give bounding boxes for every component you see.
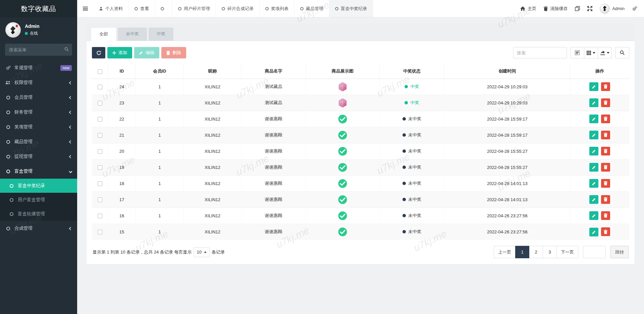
page-button[interactable]: 下一页 (556, 246, 578, 258)
row-edit-button[interactable] (589, 115, 598, 123)
row-delete-button[interactable] (601, 115, 610, 123)
sidebar-item[interactable]: 用户盲盒管理 (0, 193, 77, 207)
sidebar-item[interactable]: 会员管理 (0, 90, 77, 105)
product-check-image[interactable] (338, 211, 347, 220)
row-checkbox[interactable] (98, 197, 102, 202)
product-gem-image[interactable] (338, 98, 347, 108)
row-delete-button[interactable] (601, 211, 610, 220)
row-delete-button[interactable] (601, 179, 610, 188)
topnav-tab[interactable]: 查看 (129, 0, 155, 17)
filter-tab[interactable]: 中奖 (149, 28, 173, 41)
row-checkbox[interactable] (98, 149, 102, 154)
row-edit-button[interactable] (589, 131, 598, 139)
column-header[interactable]: 昵称 (184, 64, 241, 79)
row-checkbox[interactable] (98, 85, 102, 89)
column-header[interactable]: 商品展示图 (306, 64, 379, 79)
column-header[interactable]: 会员ID (136, 64, 184, 79)
row-delete-button[interactable] (601, 227, 610, 236)
row-edit-button[interactable] (589, 163, 598, 172)
topnav-tab[interactable]: 用户碎片管理 (172, 0, 216, 17)
export-button[interactable] (598, 47, 612, 58)
row-delete-button[interactable] (601, 82, 610, 91)
row-checkbox[interactable] (98, 214, 102, 218)
column-header[interactable]: 中奖状态 (379, 64, 444, 79)
columns-button[interactable] (584, 47, 598, 58)
sidebar-item[interactable]: 财务管理 (0, 105, 77, 120)
row-delete-button[interactable] (601, 163, 610, 172)
add-button[interactable]: 添加 (107, 47, 132, 58)
fullscreen-button[interactable] (587, 6, 592, 11)
row-delete-button[interactable] (601, 131, 610, 139)
row-checkbox[interactable] (98, 181, 102, 186)
row-checkbox[interactable] (98, 101, 102, 105)
admin-menu[interactable]: Admin (600, 4, 625, 14)
column-header[interactable]: 创建时间 (444, 64, 570, 79)
cell-nickname: XILIN12 (184, 79, 241, 95)
topnav-tab[interactable]: 碎片合成记录 (216, 0, 260, 17)
jump-page-input[interactable] (583, 246, 606, 258)
sidebar-item[interactable]: 藏品管理 (0, 134, 77, 149)
sidebar-item[interactable]: 提现管理 (0, 149, 77, 164)
product-check-image[interactable] (338, 115, 347, 124)
row-edit-button[interactable] (589, 82, 598, 91)
page-button[interactable]: 1 (515, 246, 529, 258)
product-gem-image[interactable] (338, 82, 347, 92)
topnav-tab[interactable]: 奖项列表 (260, 0, 294, 17)
product-check-image[interactable] (338, 179, 347, 188)
clear-cache-button[interactable]: 清除缓存 (544, 6, 568, 12)
sidebar-toggle-button[interactable] (77, 0, 93, 17)
sidebar-search-input[interactable] (5, 44, 72, 56)
column-header[interactable]: 操作 (570, 64, 629, 79)
filter-tab[interactable]: 全部 (91, 28, 116, 41)
sidebar-item[interactable]: 权限管理 (0, 75, 77, 90)
row-edit-button[interactable] (589, 195, 598, 204)
topnav-tab[interactable]: 个人资料 (93, 0, 129, 17)
row-edit-button[interactable] (589, 98, 598, 107)
column-header[interactable]: ID (108, 64, 136, 79)
row-checkbox[interactable] (98, 117, 102, 122)
sidebar-item[interactable]: 盲盒管理 (0, 164, 77, 179)
page-button[interactable]: 3 (543, 246, 557, 258)
sidebar-item[interactable]: 常规管理 new (0, 60, 77, 75)
detail-view-button[interactable] (570, 47, 584, 58)
page-button[interactable]: 2 (529, 246, 543, 258)
search-button[interactable] (615, 47, 629, 58)
select-all-checkbox[interactable] (98, 69, 102, 74)
topnav-tab[interactable] (155, 0, 172, 17)
pages-button[interactable] (575, 6, 580, 11)
sidebar-item[interactable]: 盲盒轮播管理 (0, 207, 77, 221)
row-delete-button[interactable] (601, 147, 610, 155)
column-header[interactable]: 商品名字 (241, 64, 306, 79)
sidebar-item[interactable]: 合成管理 (0, 221, 77, 236)
sidebar-item[interactable]: 盲盒中奖纪录 (0, 179, 77, 193)
product-check-image[interactable] (338, 163, 347, 172)
topnav-tab-label: 查看 (140, 6, 149, 12)
sidebar-item[interactable]: 奖项管理 (0, 120, 77, 134)
page-button[interactable]: 上一页 (494, 246, 516, 258)
table-search-input[interactable] (513, 47, 567, 58)
product-check-image[interactable] (338, 147, 347, 156)
product-check-image[interactable] (338, 131, 347, 140)
row-delete-button[interactable] (601, 195, 610, 204)
edit-button[interactable]: 编辑 (134, 47, 159, 58)
row-edit-button[interactable] (589, 147, 598, 155)
product-check-image[interactable] (338, 227, 347, 236)
row-edit-button[interactable] (589, 211, 598, 220)
product-check-image[interactable] (338, 195, 347, 204)
jump-button[interactable]: 跳转 (610, 246, 629, 258)
delete-button[interactable]: 删除 (161, 47, 186, 58)
topnav-tab[interactable]: 盲盒中奖纪录 (329, 0, 373, 17)
row-edit-button[interactable] (589, 228, 598, 236)
row-delete-button[interactable] (601, 98, 610, 107)
cell-id: 18 (108, 175, 136, 191)
topnav-tab[interactable]: 藏品管理 (294, 0, 329, 17)
row-checkbox[interactable] (98, 230, 102, 234)
home-link[interactable]: 主页 (520, 6, 536, 12)
filter-tab[interactable]: 未中奖 (118, 28, 147, 41)
refresh-button[interactable] (92, 47, 105, 58)
per-page-select[interactable]: 10 (194, 247, 209, 257)
row-checkbox[interactable] (98, 133, 102, 138)
row-checkbox[interactable] (98, 165, 102, 170)
row-edit-button[interactable] (589, 179, 598, 188)
settings-button[interactable] (632, 6, 637, 11)
